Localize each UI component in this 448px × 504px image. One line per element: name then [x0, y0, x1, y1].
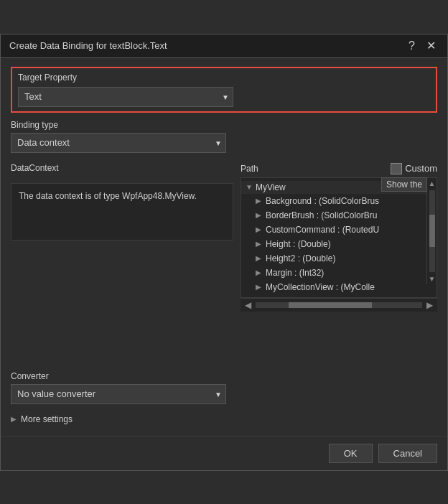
scroll-left-icon[interactable]: ◀ — [243, 300, 253, 310]
tree-item-text: Height2 : (Double) — [266, 253, 335, 263]
data-context-description: The data context is of type WpfApp48.MyV… — [19, 191, 197, 201]
dialog-title: Create Data Binding for textBlock.Text — [9, 40, 167, 51]
binding-type-group: Binding type Data context Element Static… — [11, 120, 437, 153]
converter-label: Converter — [11, 371, 437, 381]
tree-item-arrow-icon: ▶ — [256, 211, 261, 219]
tree-container: ▼ MyView ▶ Background : (SolidColorBrus … — [241, 177, 437, 298]
tree-wrapper: Show the ▼ MyView ▶ Background : (So — [241, 177, 437, 364]
tree-item[interactable]: ▶ Background : (SolidColorBrus — [241, 194, 437, 208]
more-settings-arrow-icon: ▶ — [11, 415, 17, 423]
scroll-up-icon[interactable]: ▲ — [427, 178, 437, 189]
more-settings-row[interactable]: ▶ More settings — [11, 411, 437, 427]
converter-select[interactable]: No value converter — [11, 384, 226, 404]
cancel-button[interactable]: Cancel — [378, 444, 437, 463]
tree-item-arrow-icon: ▶ — [256, 254, 261, 262]
ok-button[interactable]: OK — [329, 444, 373, 463]
binding-type-select-wrapper: Data context Element Static resource Tem… — [11, 133, 226, 153]
target-property-label: Target Property — [18, 73, 430, 83]
help-button[interactable]: ? — [406, 40, 418, 52]
tree-item-arrow-icon: ▶ — [256, 225, 261, 233]
right-panel: Path Custom Show the ▼ MyVi — [241, 163, 437, 364]
title-actions: ? ✕ — [406, 40, 439, 52]
converter-section: Converter No value converter ▼ — [11, 371, 437, 404]
tree-item-arrow-icon: ▶ — [256, 240, 261, 248]
title-bar: Create Data Binding for textBlock.Text ?… — [1, 34, 447, 58]
create-data-binding-dialog: Create Data Binding for textBlock.Text ?… — [0, 34, 448, 471]
scroll-down-icon[interactable]: ▼ — [427, 274, 437, 284]
tree-item[interactable]: ▶ Height2 : (Double) — [241, 251, 437, 266]
tree-root-arrow-icon: ▼ — [246, 183, 253, 191]
vertical-scrollbar[interactable]: ▲ ▼ — [426, 178, 437, 284]
tree-root-label: MyView — [256, 182, 286, 192]
tree-item[interactable]: ▶ Margin : (Int32) — [241, 266, 437, 280]
data-context-label: DataContext — [11, 163, 233, 173]
close-button[interactable]: ✕ — [424, 40, 439, 52]
target-property-group: Target Property Text Foreground Backgrou… — [11, 67, 437, 113]
tree-item-text: Background : (SolidColorBrus — [266, 196, 379, 206]
h-scroll-track[interactable] — [256, 302, 422, 308]
tree-item[interactable]: ▶ CustomCommand : (RoutedU — [241, 223, 437, 237]
converter-select-wrapper: No value converter ▼ — [11, 384, 226, 404]
binding-type-label: Binding type — [11, 120, 437, 130]
target-property-select-wrapper: Text Foreground Background FontSize ▼ — [18, 87, 233, 107]
h-scroll-thumb — [289, 302, 372, 308]
tree-inner: ▼ MyView ▶ Background : (SolidColorBrus … — [241, 178, 437, 297]
tree-item-text: BorderBrush : (SolidColorBru — [266, 210, 377, 220]
more-settings-label: More settings — [21, 414, 73, 424]
custom-label: Custom — [405, 163, 437, 174]
show-the-button[interactable]: Show the — [381, 177, 427, 192]
left-panel: DataContext The data context is of type … — [11, 163, 233, 364]
tree-item-arrow-icon: ▶ — [256, 269, 261, 276]
tree-item[interactable]: ▶ Height : (Double) — [241, 237, 437, 251]
path-label: Path — [241, 164, 258, 174]
v-scroll-thumb — [429, 215, 435, 248]
tree-item-arrow-icon: ▶ — [256, 283, 261, 291]
tree-item-text: CustomCommand : (RoutedU — [266, 225, 379, 235]
tree-item[interactable]: ▶ BorderBrush : (SolidColorBru — [241, 208, 437, 223]
main-section: DataContext The data context is of type … — [11, 163, 437, 364]
data-context-info: The data context is of type WpfApp48.MyV… — [11, 183, 233, 241]
tree-item-arrow-icon: ▶ — [256, 197, 261, 205]
target-property-select[interactable]: Text Foreground Background FontSize — [18, 87, 233, 107]
custom-checkbox[interactable] — [391, 163, 402, 174]
dialog-content: Target Property Text Foreground Backgrou… — [1, 58, 447, 436]
binding-type-select[interactable]: Data context Element Static resource Tem… — [11, 133, 226, 153]
path-header: Path Custom — [241, 163, 437, 174]
v-scroll-track[interactable] — [429, 190, 435, 272]
tree-item-text: MyCollectionView : (MyColle — [266, 282, 375, 292]
custom-checkbox-area: Custom — [391, 163, 437, 174]
tree-item-text: Height : (Double) — [266, 239, 331, 249]
dialog-footer: OK Cancel — [1, 436, 447, 470]
scroll-right-icon[interactable]: ▶ — [425, 300, 434, 310]
tree-item-text: Margin : (Int32) — [266, 268, 324, 278]
horizontal-scrollbar[interactable]: ◀ ▶ — [241, 298, 437, 312]
tree-item[interactable]: ▶ MyCollectionView : (MyColle — [241, 280, 437, 294]
